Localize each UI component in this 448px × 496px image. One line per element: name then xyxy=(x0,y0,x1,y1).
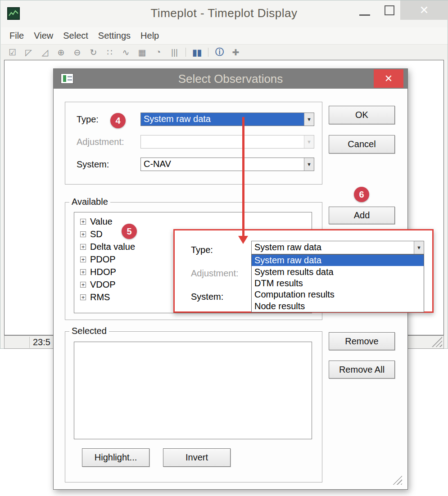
select-observations-dialog: Select Observations ✕ Type: System raw d… xyxy=(53,68,408,490)
window-title: Timeplot - Timeplot Display xyxy=(0,6,448,20)
selected-listbox[interactable] xyxy=(74,342,312,439)
overlay-type-dropdown-value: System raw data xyxy=(252,241,414,254)
adjustment-dropdown: ▼ xyxy=(140,135,314,149)
system-label: System: xyxy=(77,159,109,170)
type-system-group: Type: System raw data ▼ Adjustment: ▼ Sy… xyxy=(65,102,322,185)
cancel-button[interactable]: Cancel xyxy=(329,135,395,153)
ruler-icon[interactable]: ||| xyxy=(169,47,180,57)
minimize-button[interactable] xyxy=(359,14,370,16)
menu-view[interactable]: View xyxy=(29,31,58,41)
select-region-icon[interactable]: ◸ xyxy=(23,47,34,58)
tree-item-label: RMS xyxy=(90,292,110,302)
window-titlebar[interactable]: Timeplot - Timeplot Display ✕ xyxy=(0,0,448,27)
window-resize-grip[interactable] xyxy=(432,337,442,347)
overlay-type-label: Type: xyxy=(191,245,213,255)
dropdown-open-overlay: Type: Adjustment: System: System raw dat… xyxy=(173,229,434,313)
dialog-titlebar[interactable]: Select Observations ✕ xyxy=(54,69,407,89)
tree-item-label: VDOP xyxy=(90,280,116,290)
statusbar-divider xyxy=(29,337,30,348)
dialog-title: Select Observations xyxy=(54,72,407,86)
type-dropdown[interactable]: System raw data ▼ xyxy=(140,113,314,126)
tree-item-label: PDOP xyxy=(90,254,116,265)
pointer-target-icon[interactable]: ✚ xyxy=(231,47,241,58)
expander-icon[interactable]: + xyxy=(80,257,86,262)
dropdown-option[interactable]: System results data xyxy=(252,266,424,277)
type-label: Type: xyxy=(77,114,99,125)
tree-item-label: Value xyxy=(90,216,113,227)
annotation-badge-6: 6 xyxy=(354,187,369,202)
menu-settings[interactable]: Settings xyxy=(93,31,136,41)
maximize-button[interactable] xyxy=(385,5,394,15)
remove-all-button[interactable]: Remove All xyxy=(329,361,395,379)
selected-group-label: Selected xyxy=(69,326,109,336)
dialog-close-button[interactable]: ✕ xyxy=(374,69,403,88)
refresh-icon[interactable]: ↻ xyxy=(88,47,99,58)
confirm-icon[interactable]: ☑ xyxy=(7,47,18,58)
toolbar-separator xyxy=(208,48,208,57)
add-button[interactable]: Add xyxy=(329,207,395,224)
scatter-plot-icon[interactable]: ∷ xyxy=(104,47,115,58)
system-dropdown-value: C-NAV xyxy=(141,158,304,171)
chevron-down-icon[interactable]: ▼ xyxy=(414,241,424,254)
zoom-out-icon[interactable]: ⊖ xyxy=(72,47,82,58)
expander-icon[interactable]: + xyxy=(80,244,86,250)
dropdown-option[interactable]: Computation results xyxy=(252,289,424,300)
chevron-down-icon[interactable]: ▼ xyxy=(304,113,314,126)
tree-item[interactable]: + Value xyxy=(74,215,312,228)
toolbar-separator xyxy=(186,48,186,57)
annotation-arrow-line xyxy=(242,117,244,237)
menu-select[interactable]: Select xyxy=(58,31,93,41)
overlay-type-dropdown[interactable]: System raw data ▼ xyxy=(251,241,424,254)
expander-icon[interactable]: + xyxy=(80,269,86,275)
expander-icon[interactable]: + xyxy=(80,219,86,225)
info-icon[interactable]: ⓘ xyxy=(214,46,225,58)
select-region-alt-icon[interactable]: ◿ xyxy=(40,47,50,58)
adjustment-dropdown-value xyxy=(141,135,304,148)
tree-item-label: Delta value xyxy=(90,242,135,252)
dialog-resize-grip[interactable] xyxy=(390,473,402,485)
type-dropdown-value: System raw data xyxy=(141,113,304,126)
screen: Timeplot - Timeplot Display ✕ File View … xyxy=(0,0,448,496)
toolbar: ☑ ◸ ◿ ⊕ ⊖ ↻ ∷ ∿ ▦ ◔ ||| ▮▮ ⓘ ✚ xyxy=(1,45,448,60)
chevron-down-icon[interactable]: ▼ xyxy=(304,158,314,171)
overlay-system-label: System: xyxy=(191,292,223,302)
invert-button[interactable]: Invert xyxy=(163,448,231,467)
overlay-dropdown-list[interactable]: System raw data System results data DTM … xyxy=(251,254,424,312)
menu-help[interactable]: Help xyxy=(136,31,164,41)
zoom-in-icon[interactable]: ⊕ xyxy=(56,47,66,58)
tree-item-label: HDOP xyxy=(90,267,116,277)
system-dropdown[interactable]: C-NAV ▼ xyxy=(140,158,314,171)
highlight-button[interactable]: Highlight... xyxy=(82,448,149,467)
menu-file[interactable]: File xyxy=(5,31,29,41)
dropdown-option[interactable]: DTM results xyxy=(252,278,424,289)
pause-icon[interactable]: ▮▮ xyxy=(192,47,202,58)
annotation-arrow-head xyxy=(238,236,248,244)
line-chart-icon[interactable]: ∿ xyxy=(121,47,131,58)
close-button[interactable]: ✕ xyxy=(400,0,448,20)
dropdown-option[interactable]: System raw data xyxy=(252,255,424,266)
dropdown-option[interactable]: Node results xyxy=(252,301,424,312)
expander-icon[interactable]: + xyxy=(80,282,86,288)
adjustment-label: Adjustment: xyxy=(77,137,124,147)
expander-icon[interactable]: + xyxy=(80,294,86,300)
menubar: File View Select Settings Help xyxy=(1,27,448,45)
annotation-badge-5: 5 xyxy=(122,224,137,239)
expander-icon[interactable]: + xyxy=(80,231,86,237)
status-time: 23:5 xyxy=(33,337,50,347)
chevron-down-icon: ▼ xyxy=(304,135,314,148)
tree-item-label: SD xyxy=(90,229,103,239)
pie-chart-icon[interactable]: ◔ xyxy=(153,47,163,57)
overlay-adjustment-label: Adjustment: xyxy=(191,268,239,279)
annotation-badge-4: 4 xyxy=(110,113,126,128)
grid-icon[interactable]: ▦ xyxy=(137,47,147,58)
available-group-label: Available xyxy=(69,197,110,207)
remove-button[interactable]: Remove xyxy=(329,332,395,350)
ok-button[interactable]: OK xyxy=(329,106,395,124)
